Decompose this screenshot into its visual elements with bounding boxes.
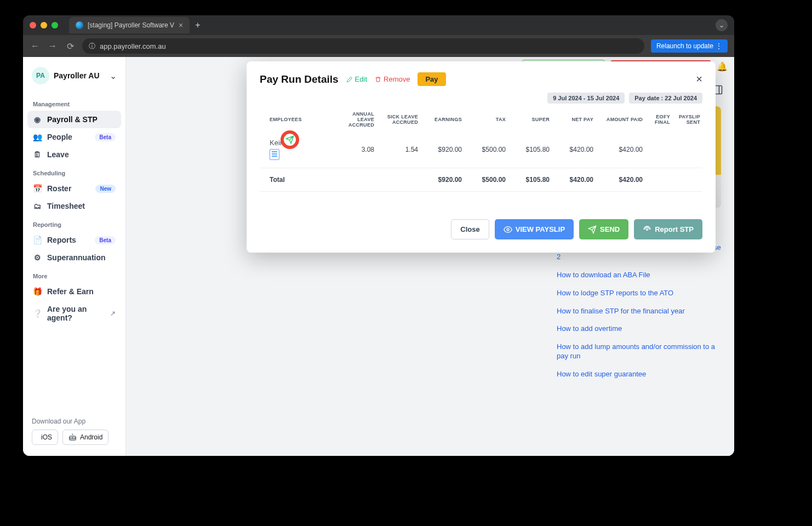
table-row[interactable]: Keira S 3.08 1.54 $920.00 $500.00 $105.8… xyxy=(260,131,702,168)
forward-button[interactable]: → xyxy=(47,41,58,51)
sidebar-item-payroll-stp[interactable]: ◉ Payroll & STP xyxy=(27,111,121,128)
edit-label: Edit xyxy=(355,75,367,83)
col-super: SUPER xyxy=(508,108,552,131)
browser-window: [staging] Payroller Software V × + ⌄ ← →… xyxy=(23,15,734,456)
tab-title: [staging] Payroller Software V xyxy=(88,21,174,29)
edit-button[interactable]: Edit xyxy=(346,75,367,83)
section-scheduling: Scheduling xyxy=(27,167,121,180)
download-label: Download our App xyxy=(32,418,117,425)
browser-tab[interactable]: [staging] Payroller Software V × xyxy=(69,17,190,33)
pencil-icon xyxy=(346,76,353,83)
browser-menu-button[interactable]: ⌄ xyxy=(716,19,728,31)
dollar-icon: ◉ xyxy=(33,115,42,124)
col-amount-paid: AMOUNT PAID xyxy=(596,108,645,131)
timesheet-icon: 🗂 xyxy=(33,202,42,210)
more-icon: ⋮ xyxy=(716,42,722,50)
sidebar-item-reports[interactable]: 📄 Reports Beta xyxy=(27,231,121,249)
reload-button[interactable]: ⟳ xyxy=(65,41,76,52)
close-button[interactable]: Close xyxy=(451,219,489,239)
send-icon[interactable] xyxy=(285,135,294,144)
sidebar-footer: Download our App iOS 🤖 Android xyxy=(27,418,121,449)
main-area: Join community group 🚩 Feature Request /… xyxy=(126,57,734,456)
send-button[interactable]: SEND xyxy=(579,219,628,239)
sidebar-item-label: Payroll & STP xyxy=(47,115,98,124)
report-stp-button[interactable]: Report STP xyxy=(634,219,702,239)
date-pills: 9 Jul 2024 - 15 Jul 2024 Pay date : 22 J… xyxy=(260,93,702,104)
external-link-icon: ↗ xyxy=(110,310,116,317)
sidebar-item-label: Roster xyxy=(47,184,71,193)
sidebar-item-roster[interactable]: 📅 Roster New xyxy=(27,180,121,197)
pay-button[interactable]: Pay xyxy=(418,72,445,86)
employee-name: Keira S xyxy=(270,139,330,147)
back-button[interactable]: ← xyxy=(30,41,41,51)
url-bar[interactable]: ⓘ app.payroller.com.au xyxy=(82,38,644,54)
sent-cell xyxy=(672,131,702,168)
gift-icon: 🎁 xyxy=(33,287,42,296)
super-icon: ⚙ xyxy=(33,253,42,262)
sidebar-item-leave[interactable]: 🗓 Leave xyxy=(27,146,121,163)
window-minimize-icon[interactable] xyxy=(41,22,47,28)
section-management: Management xyxy=(27,98,121,111)
tab-close-icon[interactable]: × xyxy=(179,21,183,30)
view-payslip-button[interactable]: VIEW PAYSLIP xyxy=(495,219,574,239)
relaunch-button[interactable]: Relaunch to update ⋮ xyxy=(651,39,728,53)
total-super: $105.80 xyxy=(508,168,552,192)
org-avatar: PA xyxy=(32,67,49,84)
people-icon: 👥 xyxy=(33,133,42,141)
sidebar-item-timesheet[interactable]: 🗂 Timesheet xyxy=(27,197,121,215)
sidebar-item-label: Refer & Earn xyxy=(47,287,94,296)
col-eofy: EOFY FINAL xyxy=(645,108,672,131)
relaunch-label: Relaunch to update xyxy=(656,42,713,50)
reports-icon: 📄 xyxy=(33,236,42,244)
table-header-row: EMPLOYEES ANNUAL LEAVE ACCRUED SICK LEAV… xyxy=(260,108,702,131)
org-switcher[interactable]: PA Payroller AU ⌄ xyxy=(27,64,121,88)
view-label: VIEW PAYSLIP xyxy=(516,225,565,233)
remove-button[interactable]: Remove xyxy=(375,75,410,83)
android-app-button[interactable]: 🤖 Android xyxy=(62,430,108,445)
eye-icon xyxy=(504,225,512,234)
section-reporting: Reporting xyxy=(27,218,121,231)
total-netpay: $420.00 xyxy=(552,168,596,192)
col-annual-leave: ANNUAL LEAVE ACCRUED xyxy=(333,108,376,131)
sidebar-item-label: Reports xyxy=(47,236,76,244)
window-zoom-icon[interactable] xyxy=(52,22,58,28)
traffic-lights[interactable] xyxy=(30,22,58,28)
total-label: Total xyxy=(260,168,333,192)
col-netpay: NET PAY xyxy=(552,108,596,131)
netpay-cell: $420.00 xyxy=(552,131,596,168)
sidebar: PA Payroller AU ⌄ Management ◉ Payroll &… xyxy=(23,57,126,456)
sidebar-item-refer[interactable]: 🎁 Refer & Earn xyxy=(27,283,121,300)
trash-icon xyxy=(375,76,381,83)
section-more: More xyxy=(27,270,121,283)
col-tax: TAX xyxy=(464,108,508,131)
super-cell: $105.80 xyxy=(508,131,552,168)
document-icon[interactable] xyxy=(270,149,279,160)
highlight-annotation xyxy=(281,130,299,149)
remove-label: Remove xyxy=(384,75,410,83)
question-icon: ❔ xyxy=(33,309,42,318)
window-close-icon[interactable] xyxy=(30,22,36,28)
ios-app-button[interactable]: iOS xyxy=(32,430,58,445)
col-earnings: EARNINGS xyxy=(420,108,464,131)
svg-point-2 xyxy=(507,228,509,231)
total-row: Total $920.00 $500.00 $105.80 $420.00 $4… xyxy=(260,168,702,192)
sidebar-item-label: Timesheet xyxy=(47,202,85,210)
modal-title: Pay Run Details xyxy=(260,73,339,85)
app-content: PA Payroller AU ⌄ Management ◉ Payroll &… xyxy=(23,57,734,456)
calendar-icon: 🗓 xyxy=(33,150,42,159)
sidebar-item-agent[interactable]: ❔ Are you an agent? ↗ xyxy=(27,300,121,327)
col-sick-leave: SICK LEAVE ACCRUED xyxy=(376,108,420,131)
pay-run-table: EMPLOYEES ANNUAL LEAVE ACCRUED SICK LEAV… xyxy=(260,108,702,192)
url-text: app.payroller.com.au xyxy=(100,42,166,50)
pay-run-details-modal: Pay Run Details Edit Remove Pay × 9 Jul … xyxy=(247,61,716,253)
sidebar-item-people[interactable]: 👥 People Beta xyxy=(27,128,121,146)
total-tax: $500.00 xyxy=(464,168,508,192)
pay-date-pill: Pay date : 22 Jul 2024 xyxy=(629,93,702,104)
android-icon: 🤖 xyxy=(68,433,77,441)
eofy-cell xyxy=(645,131,672,168)
sidebar-item-label: Leave xyxy=(47,150,69,159)
sidebar-item-superannuation[interactable]: ⚙ Superannuation xyxy=(27,249,121,266)
total-amountpaid: $420.00 xyxy=(596,168,645,192)
close-icon[interactable]: × xyxy=(696,73,702,85)
new-tab-button[interactable]: + xyxy=(195,20,200,30)
